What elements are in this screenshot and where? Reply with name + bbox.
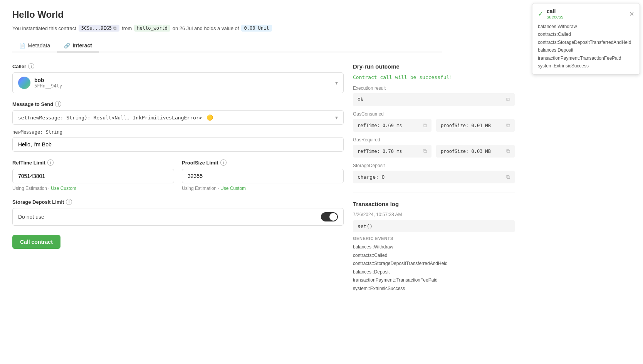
caller-chevron-icon: ▾ xyxy=(335,80,338,86)
refTime-label: RefTime Limit i xyxy=(12,159,174,166)
log-call-box: set() xyxy=(353,220,515,232)
gas-required-reftime-copy[interactable]: ⧉ xyxy=(423,148,427,154)
notification-events: balances:Withdrawcontracts:Calledcontrac… xyxy=(538,23,634,70)
gas-consumed-reftime-box: refTime: 0.69 ms ⧉ xyxy=(353,119,431,132)
gas-consumed-row: refTime: 0.69 ms ⧉ proofSize: 0.01 MB ⧉ xyxy=(353,119,515,132)
subtitle-prefix: You instantiated this contract xyxy=(12,25,76,31)
dry-run-section: Dry-run outcome Contract call will be su… xyxy=(353,63,515,183)
notification-header: ✓ call success ✕ xyxy=(538,8,634,20)
refTime-estimation: Using Estimation · Use Custom xyxy=(12,186,174,191)
right-column: Dry-run outcome Contract call will be su… xyxy=(353,63,515,293)
notification-title-row: ✓ call success xyxy=(538,8,563,20)
message-label-text: Message to Send xyxy=(12,101,53,107)
proofSize-use-custom-link[interactable]: Use Custom xyxy=(220,186,246,191)
param-input[interactable] xyxy=(12,137,344,152)
event-item: contracts::Called xyxy=(353,252,515,260)
execution-result-label: Execution result xyxy=(353,86,515,91)
event-item: transactionPayment::TransactionFeePaid xyxy=(353,276,515,285)
contract-name-badge: hello_world xyxy=(134,25,170,32)
caller-dropdown[interactable]: bob 5FHn__94ty ▾ xyxy=(12,72,344,93)
log-timestamp: 7/26/2024, 10:57:38 AM xyxy=(353,212,515,217)
gas-required-reftime-col: refTime: 0.70 ms ⧉ xyxy=(353,145,431,158)
gas-required-row: refTime: 0.70 ms ⧉ proofSize: 0.03 MB ⧉ xyxy=(353,145,515,158)
refTime-input[interactable] xyxy=(12,169,174,183)
gas-required-label: GasRequired xyxy=(353,137,515,143)
tabs: 📄 Metadata 🔗 Interact xyxy=(12,39,442,52)
notification-banner: ✓ call success ✕ balances:Withdrawcontra… xyxy=(532,3,640,75)
storage-deposit-result-copy[interactable]: ⧉ xyxy=(506,174,510,180)
proofSize-label: ProofSize Limit i xyxy=(182,159,344,166)
caller-label-text: Caller xyxy=(12,64,26,69)
contract-address-text: 5CSu...9EG5 xyxy=(81,25,112,31)
storage-deposit-section-label: Storage Deposit Limit i xyxy=(12,199,344,205)
dry-run-title: Dry-run outcome xyxy=(353,63,515,70)
refTime-use-custom-link[interactable]: Use Custom xyxy=(51,186,76,191)
notification-close-button[interactable]: ✕ xyxy=(629,10,634,18)
value-badge: 0.00 Unit xyxy=(241,25,272,32)
message-value: set(newMessage: String): Result<Null, In… xyxy=(18,115,202,121)
storage-deposit-result-box: charge: 0 ⧉ xyxy=(353,171,515,183)
storage-deposit-info-icon: i xyxy=(66,199,72,205)
gas-consumed-label: GasConsumed xyxy=(353,111,515,117)
date-label: on 26 Jul and holds a value of xyxy=(173,25,239,31)
generic-events-label: GENERIC EVENTS xyxy=(353,236,515,241)
execution-result-copy-icon[interactable]: ⧉ xyxy=(506,96,510,103)
message-type-icon: 🟡 xyxy=(206,114,213,121)
gas-consumed-reftime-copy[interactable]: ⧉ xyxy=(423,122,427,129)
tab-metadata[interactable]: 📄 Metadata xyxy=(12,39,57,52)
execution-result-box: Ok ⧉ xyxy=(353,93,515,106)
storage-deposit-result-label: StorageDeposit xyxy=(353,163,515,168)
contract-address-badge[interactable]: 5CSu...9EG5 ⧉ xyxy=(79,25,119,32)
copy-address-icon[interactable]: ⧉ xyxy=(113,25,117,31)
gas-required-proofsize-value: proofSize: 0.03 MB xyxy=(441,149,491,154)
metadata-tab-label: Metadata xyxy=(28,42,50,49)
storage-deposit-row: Do not use xyxy=(12,208,344,226)
proofSize-input[interactable] xyxy=(182,169,344,183)
divider xyxy=(353,193,515,193)
caller-info: bob 5FHn__94ty xyxy=(18,77,62,89)
proofSize-info-icon: i xyxy=(220,159,227,166)
notification-event: transactionPayment:TransactionFeePaid xyxy=(538,54,634,62)
call-contract-button[interactable]: Call contract xyxy=(12,235,60,249)
message-info-icon: i xyxy=(55,101,61,107)
storage-deposit-placeholder: Do not use xyxy=(18,214,44,220)
left-column: Caller i bob 5FHn__94ty ▾ Message t xyxy=(12,63,344,293)
notification-event: contracts:Called xyxy=(538,30,634,38)
transactions-log-section: Transactions log 7/26/2024, 10:57:38 AM … xyxy=(353,201,515,293)
caller-label: Caller i xyxy=(12,63,344,69)
toggle-knob xyxy=(329,213,337,221)
message-label: Message to Send i xyxy=(12,101,344,107)
storage-deposit-toggle[interactable] xyxy=(321,212,338,221)
gas-consumed-proofsize-value: proofSize: 0.01 MB xyxy=(441,123,491,128)
caller-info-icon: i xyxy=(28,63,34,69)
notification-title: call xyxy=(547,8,563,14)
success-text: Contract call will be successful! xyxy=(353,74,515,80)
tab-interact[interactable]: 🔗 Interact xyxy=(57,39,99,52)
transactions-log-title: Transactions log xyxy=(353,201,515,207)
gas-required-reftime-box: refTime: 0.70 ms ⧉ xyxy=(353,145,431,158)
proofSize-estimation-text: Using Estimation · xyxy=(182,186,220,191)
notification-event: system:ExtrinsicSuccess xyxy=(538,62,634,70)
message-chevron-icon: ▾ xyxy=(335,114,338,121)
gas-required-proofsize-copy[interactable]: ⧉ xyxy=(506,148,510,154)
events-list: balances::Withdrawcontracts::Calledcontr… xyxy=(353,243,515,293)
message-dropdown[interactable]: set(newMessage: String): Result<Null, In… xyxy=(12,110,344,125)
gas-consumed-reftime-col: refTime: 0.69 ms ⧉ xyxy=(353,119,431,132)
subtitle: You instantiated this contract 5CSu...9E… xyxy=(12,25,442,32)
param-label: newMessage: String xyxy=(12,129,344,135)
refTime-info-icon: i xyxy=(47,159,54,166)
interact-tab-icon: 🔗 xyxy=(64,43,70,49)
storage-deposit-result-value: charge: 0 xyxy=(358,174,384,180)
page: ✓ call success ✕ balances:Withdrawcontra… xyxy=(0,0,643,364)
storage-deposit-label-text: Storage Deposit Limit xyxy=(12,199,64,205)
gas-consumed-proofsize-col: proofSize: 0.01 MB ⧉ xyxy=(436,119,515,132)
metadata-tab-icon: 📄 xyxy=(19,43,25,49)
caller-address: 5FHn__94ty xyxy=(34,83,62,89)
gas-consumed-proofsize-box: proofSize: 0.01 MB ⧉ xyxy=(436,119,515,132)
notification-event: balances:Deposit xyxy=(538,46,634,54)
gas-consumed-proofsize-copy[interactable]: ⧉ xyxy=(506,122,510,129)
two-column-layout: Caller i bob 5FHn__94ty ▾ Message t xyxy=(12,63,442,293)
execution-result-value: Ok xyxy=(358,97,364,102)
gas-required-proofsize-col: proofSize: 0.03 MB ⧉ xyxy=(436,145,515,158)
event-item: contracts::StorageDepositTransferredAndH… xyxy=(353,260,515,268)
